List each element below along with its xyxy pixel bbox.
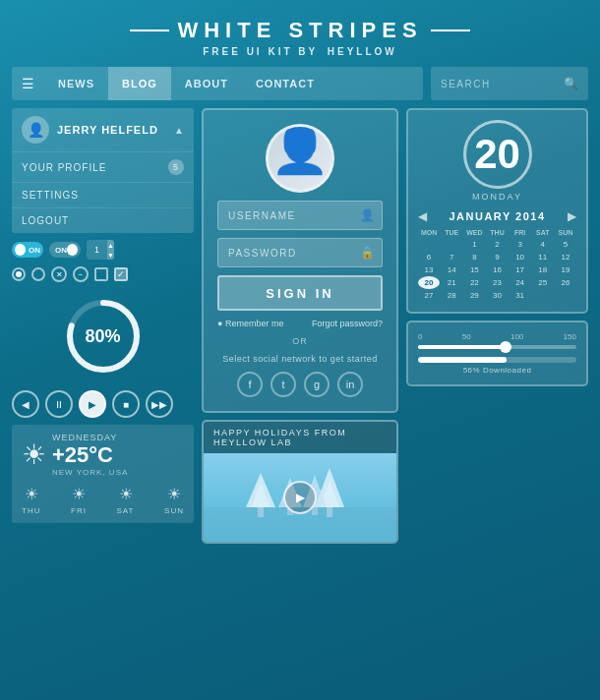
username-input[interactable] bbox=[217, 201, 383, 230]
cal-cell[interactable]: 7 bbox=[441, 251, 462, 263]
cal-cell[interactable]: 19 bbox=[555, 263, 576, 276]
cal-cell[interactable]: 30 bbox=[486, 289, 508, 302]
signin-button[interactable]: SIGN IN bbox=[217, 275, 383, 311]
stepper[interactable]: 1 ▲ ▼ bbox=[87, 240, 114, 260]
cal-hdr-sat: SAT bbox=[532, 229, 554, 236]
cal-cell[interactable]: 18 bbox=[532, 263, 554, 276]
cal-cell[interactable]: 17 bbox=[510, 263, 531, 276]
remember-me[interactable]: ● Remember me bbox=[217, 319, 283, 328]
forecast-sat-label: SAT bbox=[117, 506, 135, 515]
lock-icon: 🔒 bbox=[360, 246, 375, 260]
cal-cell[interactable]: 28 bbox=[441, 289, 462, 302]
or-divider: OR bbox=[292, 336, 308, 346]
stepper-down[interactable]: ▼ bbox=[107, 250, 114, 260]
cal-next-btn[interactable]: ▶ bbox=[568, 209, 576, 223]
media-next[interactable]: ▶▶ bbox=[146, 390, 173, 418]
weather-temp: +25°C bbox=[52, 442, 128, 468]
cal-cell[interactable]: 3 bbox=[510, 238, 531, 251]
media-stop[interactable]: ■ bbox=[112, 390, 140, 418]
radio-checked[interactable] bbox=[12, 267, 26, 281]
forecast-thu: ☀ THU bbox=[22, 485, 40, 515]
profile-menu-item[interactable]: YOUR PROFILE 5 bbox=[12, 151, 194, 182]
cal-cell[interactable]: 13 bbox=[418, 263, 440, 276]
forecast-sun-icon: ☀ bbox=[167, 485, 181, 503]
twitter-icon[interactable]: t bbox=[270, 372, 296, 397]
cal-cell[interactable]: 27 bbox=[418, 289, 440, 302]
site-title: WHITE STRIPES bbox=[0, 18, 600, 43]
search-icon: 🔍 bbox=[564, 77, 578, 90]
toggle-off[interactable]: ON bbox=[49, 242, 81, 258]
cal-cell[interactable]: 6 bbox=[418, 251, 440, 263]
svg-rect-9 bbox=[327, 507, 332, 517]
cal-cell[interactable]: 20 bbox=[418, 276, 440, 289]
nav-item-news[interactable]: NEWS bbox=[44, 67, 108, 100]
cal-cell[interactable]: 1 bbox=[463, 238, 485, 251]
calendar-grid: MON TUE WED THU FRI SAT SUN 123456789101… bbox=[418, 229, 576, 302]
facebook-icon[interactable]: f bbox=[237, 372, 263, 397]
cal-cell[interactable]: 2 bbox=[486, 238, 508, 251]
cal-cell[interactable]: 10 bbox=[510, 251, 531, 263]
cal-cell[interactable]: 26 bbox=[555, 276, 576, 289]
cal-cell bbox=[555, 289, 576, 302]
cal-cell[interactable]: 5 bbox=[555, 238, 576, 251]
nav-item-about[interactable]: ABOUT bbox=[171, 67, 242, 100]
middle-column: 👤 👤 🔒 SIGN IN ● Remember me Forgot passw… bbox=[202, 108, 398, 544]
cal-cell[interactable]: 21 bbox=[441, 276, 462, 289]
forecast-sat: ☀ SAT bbox=[117, 485, 135, 515]
checkbox-checked[interactable]: ✓ bbox=[114, 267, 128, 281]
settings-menu-item[interactable]: SETTINGS bbox=[12, 182, 194, 207]
slider-section: 0 50 100 150 56% Downloaded bbox=[406, 321, 588, 386]
icon-circle-minus[interactable]: − bbox=[73, 266, 89, 282]
cal-cell[interactable]: 15 bbox=[463, 263, 485, 276]
radio-unchecked[interactable] bbox=[31, 267, 45, 281]
user-header[interactable]: 👤 JERRY HELFELD ▲ bbox=[12, 108, 194, 151]
cal-cell[interactable]: 8 bbox=[463, 251, 485, 263]
media-pause[interactable]: ⏸ bbox=[45, 390, 73, 418]
menu-icon[interactable]: ☰ bbox=[12, 67, 44, 100]
toggle-on[interactable]: ON bbox=[12, 242, 43, 258]
cal-week-row: 6789101112 bbox=[418, 251, 576, 263]
cal-cell[interactable]: 12 bbox=[555, 251, 576, 263]
cal-cell[interactable]: 11 bbox=[532, 251, 554, 263]
logout-menu-item[interactable]: LOGOUT bbox=[12, 207, 194, 233]
search-bar: 🔍 bbox=[431, 67, 588, 100]
media-play[interactable]: ▶ bbox=[79, 390, 106, 418]
cal-cell[interactable]: 24 bbox=[510, 276, 531, 289]
forgot-password[interactable]: Forgot password? bbox=[312, 319, 383, 328]
slider-track[interactable] bbox=[418, 345, 576, 349]
video-card: HAPPY HOLIDAYS FROM HEYLLOW LAB bbox=[202, 420, 398, 544]
forecast-sun: ☀ SUN bbox=[164, 485, 184, 515]
cal-cell[interactable]: 31 bbox=[510, 289, 531, 302]
forecast-sun-label: SUN bbox=[164, 506, 184, 515]
title-line-right bbox=[431, 29, 470, 31]
date-number: 20 bbox=[463, 120, 532, 189]
slider-thumb[interactable] bbox=[500, 341, 511, 353]
icon-circle-x[interactable]: ✕ bbox=[51, 266, 67, 282]
remember-row: ● Remember me Forgot password? bbox=[217, 319, 383, 328]
password-input[interactable] bbox=[217, 238, 383, 267]
right-column: 20 MONDAY ◀ JANUARY 2014 ▶ MON TUE WED T… bbox=[406, 108, 588, 544]
search-input[interactable] bbox=[441, 79, 564, 89]
cal-cell[interactable]: 23 bbox=[486, 276, 508, 289]
top-row: ☰ NEWS BLOG ABOUT CONTACT 🔍 bbox=[0, 67, 600, 100]
checkbox-unchecked[interactable] bbox=[94, 267, 108, 281]
forecast-fri-icon: ☀ bbox=[72, 485, 86, 503]
linkedin-icon[interactable]: in bbox=[337, 372, 363, 397]
cal-cell[interactable]: 29 bbox=[463, 289, 485, 302]
google-icon[interactable]: g bbox=[304, 372, 330, 397]
cal-cell[interactable]: 22 bbox=[463, 276, 485, 289]
weather-day: WEDNESDAY bbox=[52, 433, 128, 442]
cal-hdr-mon: MON bbox=[418, 229, 440, 236]
nav-item-contact[interactable]: CONTACT bbox=[242, 67, 329, 100]
cal-cell[interactable]: 16 bbox=[486, 263, 508, 276]
media-prev[interactable]: ◀ bbox=[12, 390, 39, 418]
cal-cell[interactable]: 9 bbox=[486, 251, 508, 263]
cal-prev-btn[interactable]: ◀ bbox=[418, 209, 427, 223]
nav-item-blog[interactable]: BLOG bbox=[108, 67, 171, 100]
video-play-button[interactable]: ▶ bbox=[283, 481, 317, 514]
cal-cell[interactable]: 14 bbox=[441, 263, 462, 276]
stepper-up[interactable]: ▲ bbox=[107, 240, 114, 250]
cal-cell[interactable]: 25 bbox=[532, 276, 554, 289]
cal-cell[interactable]: 4 bbox=[532, 238, 554, 251]
header: WHITE STRIPES FREE UI KIT BY HEYLLOW bbox=[0, 0, 600, 67]
